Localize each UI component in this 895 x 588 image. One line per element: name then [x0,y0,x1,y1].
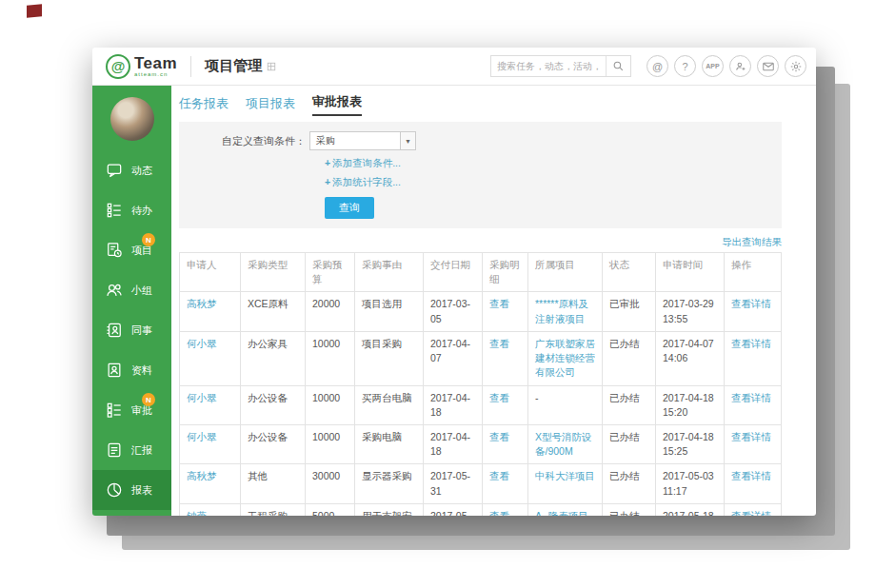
sidebar-item-projects[interactable]: 项目 N [92,230,171,270]
apply-time-cell: 2017-05-18 13:52 [656,503,725,516]
detail-view-link[interactable]: 查看 [483,424,528,463]
status-cell: 已办结 [603,503,656,516]
query-button[interactable]: 查询 [325,197,374,219]
status-cell: 已审批 [603,292,656,331]
view-details-link[interactable]: 查看详情 [725,292,782,331]
add-condition-link[interactable]: +添加查询条件... [325,157,770,170]
module-switch-icon[interactable] [267,58,276,75]
user-avatar[interactable] [110,97,154,141]
atteam-home-icon[interactable]: @ [646,55,668,77]
filter-label: 自定义查询条件： [222,134,306,148]
view-details-link[interactable]: 查看详情 [725,385,782,424]
delivery-date-cell: 2017-04-07 [424,331,483,385]
table-row: 高秋梦其他30000显示器采购2017-05-31查看中科大洋项目已办结2017… [180,464,782,503]
person-doc-icon [105,361,124,380]
project-link[interactable]: 广东联塑家居建材连锁经营有限公司 [528,331,603,385]
view-details-link[interactable]: 查看详情 [725,464,782,503]
chevron-down-icon: ▼ [400,132,415,149]
contact-book-icon [105,321,124,340]
tab-project-report[interactable]: 项目报表 [246,95,295,116]
reason-cell: 显示器采购 [355,464,424,503]
project-doc-clock-icon [105,241,124,260]
reason-cell: 买两台电脑 [355,385,424,424]
delivery-date-cell: 2017-05-31 [424,464,483,503]
sidebar-item-todo[interactable]: 待办 [92,190,171,230]
sidebar-item-files[interactable]: 资料 [92,350,171,390]
applicant-link[interactable]: 高秋梦 [180,292,241,331]
sidebar-item-colleagues[interactable]: 同事 [92,310,171,350]
applicant-link[interactable]: 钟燕 [180,503,241,516]
sidebar-item-reports[interactable]: 报表 [92,470,171,510]
page-title: 项目管理 [205,57,262,75]
apply-time-cell: 2017-05-03 11:17 [656,464,725,503]
atteam-logo[interactable]: @ Team atteam.cn [106,54,177,79]
search-icon[interactable] [606,56,630,76]
delivery-date-cell: 2017-03-05 [424,292,483,331]
table-row: 何小翠办公设备10000买两台电脑2017-04-18查看-已办结2017-04… [180,385,782,424]
export-results-link[interactable]: 导出查询结果 [722,236,782,247]
status-cell: 已办结 [603,385,656,424]
sidebar-item-work-report[interactable]: 汇报 [92,430,171,470]
view-details-link[interactable]: 查看详情 [725,424,782,463]
applicant-link[interactable]: 何小翠 [180,385,241,424]
sidebar-item-feed[interactable]: 动态 [92,150,171,190]
status-cell: 已办结 [603,464,656,503]
reason-cell: 项目采购 [355,331,424,385]
app-header: @ Team atteam.cn 项目管理 @ ? APP [92,48,816,86]
apply-time-cell: 2017-04-07 14:06 [656,331,725,385]
detail-view-link[interactable]: 查看 [483,292,528,331]
apply-time-cell: 2017-04-18 15:20 [656,385,725,424]
logo-name: Team [134,55,177,71]
sidebar-item-approvals[interactable]: 审批 N [92,390,171,430]
table-row: 何小翠办公设备10000采购电脑2017-04-18查看X型号消防设备/900M… [180,424,782,463]
detail-view-link[interactable]: 查看 [483,464,528,503]
view-details-link[interactable]: 查看详情 [725,331,782,385]
decor-red-shape [27,4,42,18]
type-cell: 其他 [241,464,306,503]
type-cell: XCE原料 [241,292,306,331]
tab-task-report[interactable]: 任务报表 [179,95,229,116]
approvals-badge: N [142,393,155,406]
lined-doc-icon [105,441,124,460]
add-stat-field-link[interactable]: +添加统计字段... [325,176,770,189]
applicant-link[interactable]: 何小翠 [180,331,241,385]
budget-cell: 10000 [306,424,355,463]
approval-checklist-icon [105,401,124,420]
main-content: 任务报表 项目报表 审批报表 自定义查询条件： 采购 ▼ +添加查询条件... … [171,86,816,516]
detail-view-link[interactable]: 查看 [483,331,528,385]
search-input[interactable] [491,61,606,71]
project-link[interactable]: X型号消防设备/900M [528,424,603,463]
applicant-link[interactable]: 高秋梦 [180,464,241,503]
report-tabs: 任务报表 项目报表 审批报表 [179,93,782,116]
messages-icon[interactable] [757,55,779,77]
applicant-link[interactable]: 何小翠 [180,424,241,463]
invite-user-icon[interactable] [729,55,751,77]
budget-cell: 10000 [306,385,355,424]
project-link: - [528,385,603,424]
help-icon[interactable]: ? [674,55,696,77]
preset-select[interactable]: 采购 ▼ [309,131,416,150]
project-link[interactable]: ******原料及注射液项目 [528,292,603,331]
tab-approval-report[interactable]: 审批报表 [312,93,362,116]
type-cell: 办公设备 [241,424,306,463]
project-link[interactable]: 中科大洋项目 [528,464,603,503]
sidebar-item-groups[interactable]: 小组 [92,270,171,310]
delivery-date-cell: 2017-04-18 [424,424,483,463]
projects-badge: N [142,233,155,246]
type-cell: 工程采购 [241,503,306,516]
people-icon [105,281,124,300]
settings-gear-icon[interactable] [785,55,806,77]
header-divider [190,56,191,77]
table-row: 钟燕工程采购5000用于支架安装2017-05-20查看A--隆泰项目已办结20… [180,503,782,516]
detail-view-link[interactable]: 查看 [483,385,528,424]
project-link[interactable]: A--隆泰项目 [528,503,603,516]
budget-cell: 30000 [306,464,355,503]
checklist-icon [105,201,124,220]
app-download-icon[interactable]: APP [702,55,724,77]
view-details-link[interactable]: 查看详情 [725,503,782,516]
apply-time-cell: 2017-04-18 15:25 [656,424,725,463]
detail-view-link[interactable]: 查看 [483,503,528,516]
budget-cell: 20000 [306,292,355,331]
table-row: 高秋梦XCE原料20000项目选用2017-03-05查看******原料及注射… [180,292,782,331]
sidebar-nav: 动态 待办 项目 N [92,86,171,516]
